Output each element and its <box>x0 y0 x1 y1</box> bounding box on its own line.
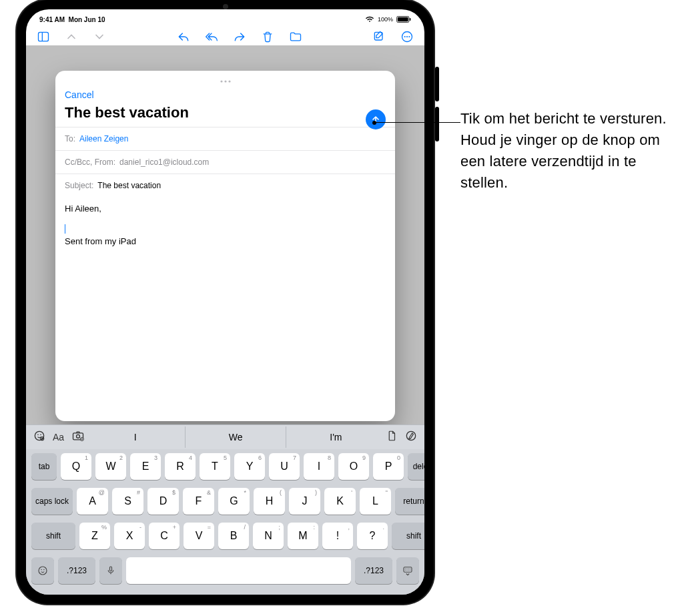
folder-icon[interactable] <box>289 30 302 43</box>
markup-icon[interactable] <box>404 429 418 445</box>
from-value: daniel_rico1@icloud.com <box>119 158 209 167</box>
key-?[interactable]: ?. <box>357 523 388 549</box>
key-q[interactable]: Q1 <box>61 453 91 480</box>
cc-label: Cc/Bcc, From: <box>65 158 115 167</box>
suggestions: I We I'm <box>85 426 386 448</box>
space-key[interactable] <box>126 557 351 584</box>
chevron-down-icon[interactable] <box>93 30 106 43</box>
shift-key-right[interactable]: shift <box>392 523 424 549</box>
symbols-key-right[interactable]: .?123 <box>355 557 392 584</box>
key-m[interactable]: M: <box>288 523 318 549</box>
key-l[interactable]: L" <box>360 488 391 515</box>
delete-key[interactable]: delete <box>408 453 424 480</box>
svg-point-22 <box>39 567 47 575</box>
svg-point-18 <box>77 434 80 438</box>
svg-point-14 <box>37 434 39 436</box>
key-b[interactable]: B/ <box>218 523 249 549</box>
key-e[interactable]: E3 <box>130 453 161 480</box>
send-button[interactable] <box>366 109 386 129</box>
callout-text: Tik om het bericht te versturen. Houd je… <box>460 108 681 194</box>
reply-all-icon[interactable] <box>205 30 218 43</box>
callout-leader <box>374 122 460 123</box>
body-greeting: Hi Aileen, <box>65 204 386 214</box>
shift-key-left[interactable]: shift <box>31 523 75 549</box>
hide-keyboard-key[interactable] <box>396 557 419 584</box>
key-h[interactable]: H( <box>254 488 285 515</box>
compose-title: The best vacation <box>65 104 386 121</box>
status-bar: 9:41 AM Mon Jun 10 100% <box>26 9 424 25</box>
tab-key[interactable]: tab <box>31 453 57 480</box>
battery-percent: 100% <box>378 16 393 23</box>
suggestion-3[interactable]: I'm <box>286 426 386 448</box>
suggestion-2[interactable]: We <box>185 426 285 448</box>
svg-rect-3 <box>39 32 49 41</box>
to-label: To: <box>65 134 75 143</box>
key-s[interactable]: S# <box>112 488 143 515</box>
cc-from-field[interactable]: Cc/Bcc, From: daniel_rico1@icloud.com <box>55 150 395 174</box>
svg-point-7 <box>404 36 406 37</box>
key-r[interactable]: R4 <box>165 453 196 480</box>
compose-icon[interactable] <box>372 30 386 43</box>
key-w[interactable]: W2 <box>95 453 126 480</box>
attachment-icon[interactable] <box>386 429 398 445</box>
key-a[interactable]: A@ <box>77 488 108 515</box>
svg-rect-2 <box>410 18 411 21</box>
to-field[interactable]: To: Aileen Zeigen <box>55 127 395 150</box>
to-value[interactable]: Aileen Zeigen <box>79 134 128 143</box>
key-x[interactable]: X- <box>114 523 145 549</box>
sticker-icon[interactable] <box>33 429 46 445</box>
compose-body[interactable]: Hi Aileen, Sent from my iPad <box>55 197 395 421</box>
svg-point-8 <box>406 36 408 37</box>
key-t[interactable]: T5 <box>200 453 230 480</box>
svg-point-24 <box>43 569 45 571</box>
capslock-key[interactable]: caps lock <box>31 488 73 515</box>
svg-point-10 <box>220 80 222 82</box>
camera-scan-icon[interactable] <box>71 429 85 445</box>
symbols-key-left[interactable]: .?123 <box>58 557 95 584</box>
key-d[interactable]: D$ <box>147 488 179 515</box>
emoji-key[interactable] <box>31 557 54 584</box>
svg-rect-26 <box>404 567 412 573</box>
battery-icon <box>396 16 411 23</box>
suggestion-1[interactable]: I <box>85 426 185 448</box>
more-icon[interactable] <box>400 30 414 43</box>
text-format-icon[interactable]: Aa <box>53 432 64 442</box>
sheet-grabber-icon[interactable] <box>219 75 232 87</box>
cancel-button[interactable]: Cancel <box>65 89 94 100</box>
key-y[interactable]: Y6 <box>234 453 265 480</box>
body-signature: Sent from my iPad <box>65 236 386 246</box>
forward-icon[interactable] <box>233 30 246 43</box>
key-k[interactable]: K' <box>324 488 356 515</box>
key-i[interactable]: I8 <box>304 453 334 480</box>
key-z[interactable]: Z% <box>79 523 110 549</box>
hw-volume-up <box>435 67 439 101</box>
svg-point-23 <box>41 569 42 571</box>
key-f[interactable]: F& <box>183 488 214 515</box>
key-p[interactable]: P0 <box>373 453 404 480</box>
svg-point-21 <box>406 431 415 440</box>
status-time: 9:41 AM <box>39 16 65 23</box>
svg-point-20 <box>81 438 83 440</box>
key-o[interactable]: O9 <box>338 453 369 480</box>
status-date: Mon Jun 10 <box>69 16 105 23</box>
trash-icon[interactable] <box>261 30 274 43</box>
svg-point-9 <box>408 36 410 37</box>
key-c[interactable]: C+ <box>149 523 180 549</box>
svg-rect-25 <box>110 567 112 571</box>
key-n[interactable]: N; <box>253 523 284 549</box>
sidebar-icon[interactable] <box>37 30 50 43</box>
key-![interactable]: !, <box>322 523 353 549</box>
svg-point-15 <box>40 434 41 436</box>
svg-point-11 <box>224 80 226 82</box>
compose-sheet: Cancel The best vacation To: Aileen Zeig… <box>55 71 395 421</box>
key-u[interactable]: U7 <box>269 453 300 480</box>
subject-field[interactable]: Subject: The best vacation <box>55 174 395 197</box>
return-key[interactable]: return <box>395 488 424 515</box>
key-v[interactable]: V= <box>184 523 214 549</box>
dictation-key[interactable] <box>99 557 122 584</box>
svg-point-12 <box>228 80 230 82</box>
chevron-up-icon[interactable] <box>65 30 78 43</box>
key-j[interactable]: J) <box>289 488 320 515</box>
key-g[interactable]: G* <box>218 488 250 515</box>
reply-icon[interactable] <box>177 30 190 43</box>
